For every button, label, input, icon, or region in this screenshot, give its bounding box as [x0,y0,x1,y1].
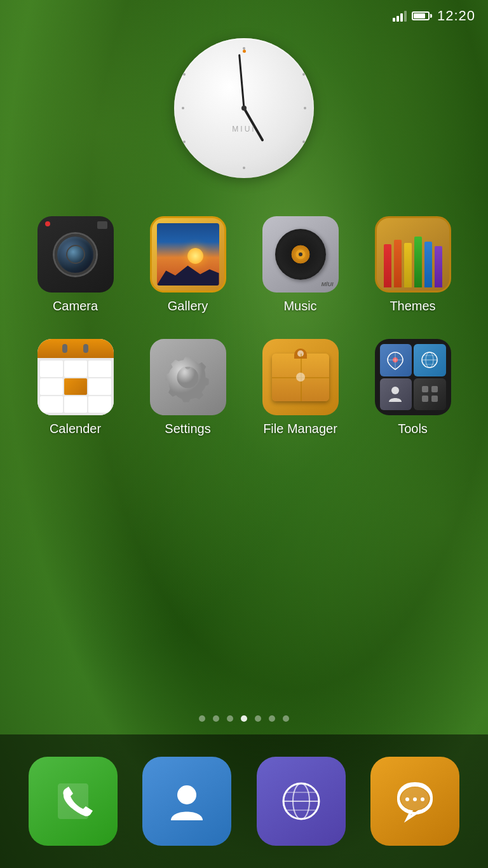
svg-rect-11 [431,386,438,392]
dock-browser[interactable] [257,757,346,846]
page-dot-3[interactable] [227,715,233,722]
clock-brand-label: MIUI [232,125,255,134]
camera-label: Camera [53,299,98,313]
tools-label: Tools [398,422,428,436]
filemanager-icon [262,339,339,415]
themes-label: Themes [390,299,435,313]
page-dot-1[interactable] [199,715,205,722]
calendar-icon [37,339,114,415]
signal-icon [393,10,407,22]
camera-icon [37,216,114,293]
svg-point-25 [413,797,417,801]
svg-point-24 [405,797,409,801]
page-dot-5[interactable] [255,715,261,722]
svg-rect-13 [431,396,438,402]
settings-icon [150,339,226,415]
svg-rect-12 [422,396,428,402]
battery-icon [412,11,432,20]
page-dots [0,715,488,722]
app-item-calendar[interactable]: Calender [28,339,123,436]
svg-point-9 [391,387,399,394]
tool-map-cell [380,344,412,376]
app-item-tools[interactable]: Tools [365,339,461,436]
status-time: 12:20 [437,8,475,24]
music-icon: MlUI [262,216,339,293]
miui-music-label: MlUI [322,281,334,287]
app-item-settings[interactable]: Settings [140,339,236,436]
gallery-icon [150,216,226,293]
dock-messages[interactable] [370,757,459,846]
tool-app-cell [414,378,446,411]
vinyl-record [275,229,326,280]
clock-orange-dot [243,50,246,53]
gallery-label: Gallery [168,299,208,313]
clock-face: MIUI [174,38,314,178]
app-item-camera[interactable]: Camera [28,216,123,313]
app-grid: Camera Gallery MlUI Music [0,216,488,462]
tool-globe-cell [414,344,446,376]
browser-icon [276,776,327,827]
page-dot-6[interactable] [269,715,275,722]
app-item-themes[interactable]: Themes [365,216,461,313]
music-label: Music [283,299,316,313]
svg-rect-10 [422,386,428,392]
gear-svg [161,350,215,404]
app-item-filemanager[interactable]: File Manager [253,339,348,436]
svg-point-0 [178,368,198,387]
page-dot-4[interactable] [241,715,247,722]
camera-lens [55,234,96,275]
dock-contacts[interactable] [142,757,231,846]
svg-point-26 [421,797,424,801]
contacts-icon [161,776,212,827]
status-bar: 12:20 [0,0,488,32]
clock-center-dot [241,106,247,111]
filemanager-label: File Manager [263,422,337,436]
dock-phone[interactable] [29,757,118,846]
clock-widget[interactable]: MIUI [174,38,314,178]
app-row-1: Camera Gallery MlUI Music [19,216,469,313]
svg-point-14 [177,785,196,804]
tools-icon [375,339,451,415]
dock [0,734,488,868]
app-row-2: Calender Settings [19,339,469,436]
calendar-label: Calender [50,422,101,436]
app-item-gallery[interactable]: Gallery [140,216,236,313]
app-item-music[interactable]: MlUI Music [253,216,348,313]
page-dot-2[interactable] [213,715,219,722]
page-dot-7[interactable] [283,715,289,722]
settings-label: Settings [165,422,210,436]
tool-person-cell [380,378,412,411]
messages-icon [390,776,440,827]
phone-icon [48,776,98,827]
minute-hand [238,54,245,108]
themes-icon [375,216,451,293]
